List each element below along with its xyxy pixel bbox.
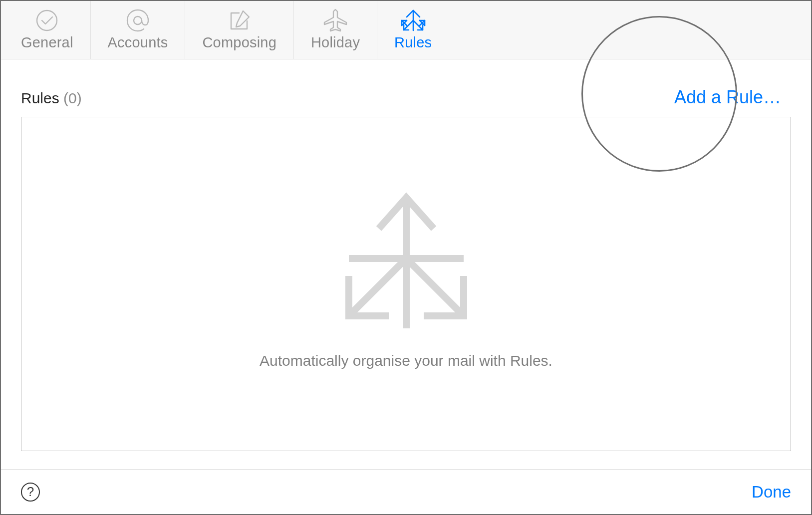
- main-content: Rules (0) Add a Rule…: [1, 59, 811, 469]
- arrows-large-icon: [331, 189, 481, 335]
- svg-point-0: [37, 10, 57, 30]
- add-rule-button[interactable]: Add a Rule…: [674, 87, 791, 108]
- tab-label: Rules: [394, 34, 432, 51]
- arrows-icon: [399, 6, 427, 34]
- footer: ? Done: [1, 469, 811, 514]
- empty-state-text: Automatically organise your mail with Ru…: [260, 352, 552, 369]
- rules-header-row: Rules (0) Add a Rule…: [21, 87, 791, 108]
- rules-count: (0): [63, 90, 82, 106]
- svg-point-1: [134, 16, 142, 24]
- tab-general[interactable]: General: [4, 1, 91, 59]
- help-button[interactable]: ?: [21, 483, 40, 502]
- tab-label: Composing: [202, 34, 276, 51]
- airplane-icon: [321, 6, 349, 34]
- tab-label: Holiday: [311, 34, 360, 51]
- tab-label: Accounts: [108, 34, 168, 51]
- compose-icon: [226, 6, 254, 34]
- rules-list-box: Automatically organise your mail with Ru…: [21, 117, 791, 451]
- tab-rules[interactable]: Rules: [377, 1, 449, 59]
- tab-label: General: [21, 34, 73, 51]
- rules-heading: Rules (0): [21, 90, 82, 107]
- tab-accounts[interactable]: Accounts: [91, 1, 186, 59]
- tab-composing[interactable]: Composing: [185, 1, 294, 59]
- rules-heading-label: Rules: [21, 90, 59, 106]
- toolbar: General Accounts Composing: [1, 1, 811, 59]
- at-icon: [124, 6, 152, 34]
- preferences-window: General Accounts Composing: [0, 0, 812, 515]
- done-button[interactable]: Done: [752, 483, 791, 502]
- tab-holiday[interactable]: Holiday: [294, 1, 377, 59]
- checkmark-circle-icon: [33, 6, 61, 34]
